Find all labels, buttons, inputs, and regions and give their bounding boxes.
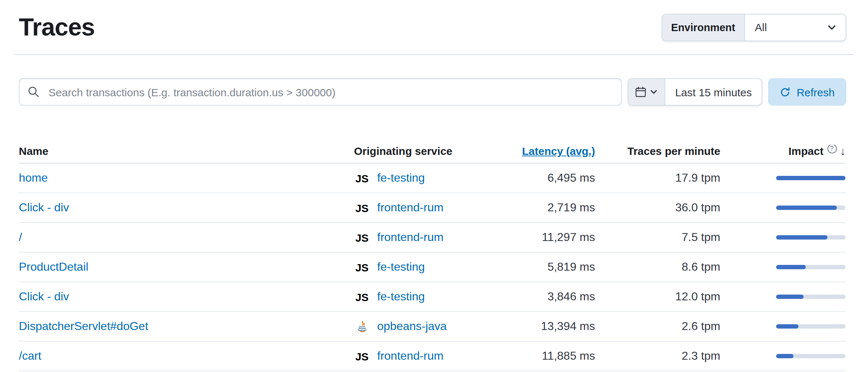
latency-value: 5,819 ms: [492, 261, 595, 274]
refresh-button[interactable]: Refresh: [768, 78, 846, 106]
table-row: DispatcherServlet#doGet opbeans-java 13,…: [19, 312, 846, 342]
traces-table: Name Originating service Latency (avg.) …: [19, 145, 846, 371]
javascript-agent-icon: JS: [354, 261, 370, 273]
service-link[interactable]: frontend-rum: [377, 231, 443, 244]
controls-row: Last 15 minutes Refresh: [19, 78, 846, 106]
transaction-name-link[interactable]: /: [19, 231, 22, 243]
latency-value: 2,719 ms: [492, 201, 595, 214]
page-header: Traces Environment All: [14, 0, 854, 55]
table-row: ProductDetail JS fe-testing 5,819 ms 8.6…: [19, 253, 846, 282]
column-header-service: Originating service: [354, 145, 492, 157]
chevron-down-icon: [827, 22, 837, 32]
javascript-agent-icon: JS: [354, 172, 370, 184]
tpm-value: 7.5 tpm: [595, 231, 720, 244]
tpm-value: 36.0 tpm: [595, 201, 720, 214]
impact-bar: [776, 176, 846, 180]
page-title: Traces: [19, 13, 95, 41]
latency-value: 6,495 ms: [492, 172, 595, 185]
service-link[interactable]: opbeans-java: [377, 320, 447, 333]
impact-bar-fill: [776, 354, 793, 358]
search-input[interactable]: [19, 78, 621, 106]
traces-page: Traces Environment All: [0, 0, 868, 372]
time-picker: Last 15 minutes: [627, 78, 763, 106]
transaction-name-link[interactable]: Click - div: [19, 201, 69, 214]
environment-select-label: Environment: [662, 14, 745, 40]
sort-desc-icon: ↓: [840, 145, 846, 157]
column-header-impact-label: Impact: [788, 145, 823, 157]
latency-value: 11,885 ms: [492, 350, 595, 363]
latency-value: 3,846 ms: [492, 290, 595, 303]
tpm-value: 12.0 tpm: [595, 290, 720, 303]
impact-bar: [776, 235, 846, 240]
impact-bar-fill: [776, 324, 798, 329]
impact-bar: [776, 206, 846, 210]
table-row: Click - div JS fe-testing 3,846 ms 12.0 …: [19, 282, 846, 312]
table-row: home JS fe-testing 6,495 ms 17.9 tpm: [19, 164, 846, 193]
refresh-button-label: Refresh: [797, 86, 835, 98]
impact-bar: [776, 295, 846, 299]
service-link[interactable]: fe-testing: [377, 172, 425, 185]
latency-value: 11,297 ms: [492, 231, 595, 244]
search-field-wrap: [19, 78, 621, 106]
impact-bar: [776, 265, 846, 269]
time-range-value: Last 15 minutes: [675, 86, 752, 98]
time-quick-select-button[interactable]: [628, 79, 665, 105]
java-agent-icon: [354, 320, 370, 333]
traces-table-header: Name Originating service Latency (avg.) …: [19, 145, 846, 164]
column-header-impact[interactable]: Impact ? ↓: [720, 145, 846, 157]
traces-table-body: home JS fe-testing 6,495 ms 17.9 tpm Cli…: [19, 164, 846, 371]
question-mark-icon[interactable]: ?: [827, 145, 837, 153]
service-link[interactable]: frontend-rum: [377, 201, 443, 214]
refresh-icon: [780, 86, 791, 97]
calendar-icon: [635, 86, 646, 98]
impact-bar-fill: [776, 295, 804, 299]
chevron-down-icon: [649, 88, 658, 96]
transaction-name-link[interactable]: DispatcherServlet#doGet: [19, 320, 148, 332]
impact-bar: [776, 354, 846, 358]
impact-bar-fill: [776, 265, 806, 269]
table-row: /cart JS frontend-rum 11,885 ms 2.3 tpm: [19, 342, 846, 371]
javascript-agent-icon: JS: [354, 202, 370, 214]
javascript-agent-icon: JS: [354, 291, 370, 303]
time-range-button[interactable]: Last 15 minutes: [665, 79, 762, 105]
javascript-agent-icon: JS: [354, 350, 370, 362]
transaction-name-link[interactable]: Click - div: [19, 290, 69, 303]
service-link[interactable]: frontend-rum: [377, 350, 443, 363]
tpm-value: 2.3 tpm: [595, 350, 720, 363]
tpm-value: 2.6 tpm: [595, 320, 720, 333]
impact-bar: [776, 324, 846, 329]
latency-value: 13,394 ms: [492, 320, 595, 333]
tpm-value: 17.9 tpm: [595, 172, 720, 185]
column-header-tpm: Traces per minute: [595, 145, 720, 157]
transaction-name-link[interactable]: ProductDetail: [19, 261, 88, 273]
column-header-name: Name: [19, 145, 354, 157]
tpm-value: 8.6 tpm: [595, 261, 720, 274]
impact-bar-fill: [776, 176, 846, 180]
column-header-latency[interactable]: Latency (avg.): [522, 145, 595, 157]
transaction-name-link[interactable]: home: [19, 172, 48, 184]
javascript-agent-icon: JS: [354, 231, 370, 244]
environment-select-value: All: [755, 21, 767, 33]
impact-bar-fill: [776, 206, 837, 210]
table-row: Click - div JS frontend-rum 2,719 ms 36.…: [19, 193, 846, 223]
impact-bar-fill: [776, 235, 827, 240]
service-link[interactable]: fe-testing: [377, 261, 425, 274]
search-icon: [28, 86, 40, 98]
transaction-name-link[interactable]: /cart: [19, 350, 41, 362]
service-link[interactable]: fe-testing: [377, 290, 425, 303]
environment-select[interactable]: Environment All: [662, 13, 846, 41]
table-row: / JS frontend-rum 11,297 ms 7.5 tpm: [19, 223, 846, 253]
